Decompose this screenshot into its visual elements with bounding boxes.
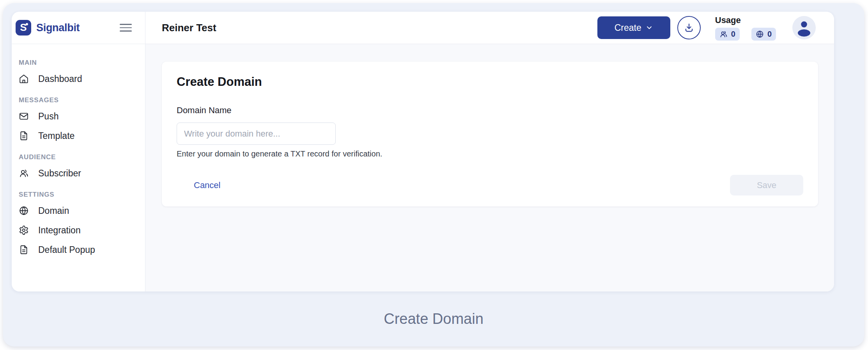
create-button-label: Create: [615, 23, 641, 33]
section-label-settings: SETTINGS: [19, 191, 140, 199]
users-icon: [19, 168, 29, 178]
header-actions: Create Usage 0 0: [597, 15, 816, 41]
sidebar-item-label: Push: [38, 111, 58, 122]
sidebar-item-integration[interactable]: Integration: [16, 221, 140, 239]
domain-input[interactable]: [177, 123, 336, 145]
gear-icon: [19, 225, 29, 235]
usage-panel: Usage 0 0: [715, 15, 776, 41]
download-icon: [684, 22, 694, 33]
sidebar-item-domain[interactable]: Domain: [16, 202, 140, 220]
subscriber-count: 0: [731, 30, 735, 39]
sidebar-item-subscriber[interactable]: Subscriber: [16, 164, 140, 182]
chevron-down-icon: [645, 24, 653, 32]
signalbit-logo-icon: S: [16, 20, 31, 36]
sidebar-item-label: Dashboard: [38, 74, 82, 84]
save-button[interactable]: Save: [730, 175, 803, 195]
sidebar-item-label: Template: [38, 131, 74, 141]
domain-name-label: Domain Name: [177, 105, 803, 115]
sidebar-item-label: Integration: [38, 225, 81, 236]
sidebar-item-label: Domain: [38, 206, 69, 216]
create-button[interactable]: Create: [597, 16, 670, 39]
usage-label: Usage: [715, 15, 776, 25]
page-title: Reiner Test: [162, 22, 216, 34]
globe-icon: [19, 206, 29, 216]
hamburger-menu-icon[interactable]: [120, 24, 132, 32]
section-label-messages: MESSAGES: [19, 96, 140, 104]
footer-page-title: Create Domain: [384, 311, 484, 327]
sidebar-item-label: Default Popup: [38, 245, 95, 255]
file-text-icon: [19, 245, 29, 255]
sidebar-item-default-popup[interactable]: Default Popup: [16, 241, 140, 259]
app-window: S Signalbit Reiner Test Create Usage: [12, 12, 834, 291]
avatar[interactable]: [792, 16, 816, 39]
section-label-audience: AUDIENCE: [19, 153, 140, 161]
download-button[interactable]: [677, 16, 701, 39]
content-area: Create Domain Domain Name Enter your dom…: [145, 44, 834, 291]
footer-band: Create Domain: [3, 291, 864, 346]
domain-count: 0: [767, 30, 772, 39]
helper-text: Enter your domain to generate a TXT reco…: [177, 149, 803, 158]
sidebar-item-label: Subscriber: [38, 168, 81, 179]
sidebar-logo-row: S Signalbit: [12, 12, 145, 44]
sidebar-item-push[interactable]: Push: [16, 107, 140, 125]
subscriber-usage-badge: 0: [715, 28, 740, 41]
mail-icon: [19, 111, 29, 121]
domain-usage-badge: 0: [751, 28, 776, 41]
section-label-main: MAIN: [19, 59, 140, 67]
file-text-icon: [19, 131, 29, 141]
users-icon: [719, 30, 728, 38]
card-title: Create Domain: [177, 75, 803, 89]
brand-name: Signalbit: [36, 22, 80, 34]
cancel-button[interactable]: Cancel: [194, 180, 220, 190]
sidebar-item-template[interactable]: Template: [16, 127, 140, 145]
header: Reiner Test Create Usage 0: [145, 12, 834, 44]
sidebar-item-dashboard[interactable]: Dashboard: [16, 70, 140, 88]
outer-frame: S Signalbit Reiner Test Create Usage: [3, 3, 864, 346]
home-icon: [19, 74, 29, 84]
brand: S Signalbit: [16, 20, 80, 36]
create-domain-card: Create Domain Domain Name Enter your dom…: [162, 62, 818, 206]
globe-icon: [756, 30, 764, 38]
avatar-person-icon: [792, 16, 816, 39]
card-footer: Cancel Save: [177, 175, 803, 195]
sidebar: MAIN Dashboard MESSAGES Push Template A: [12, 44, 145, 291]
